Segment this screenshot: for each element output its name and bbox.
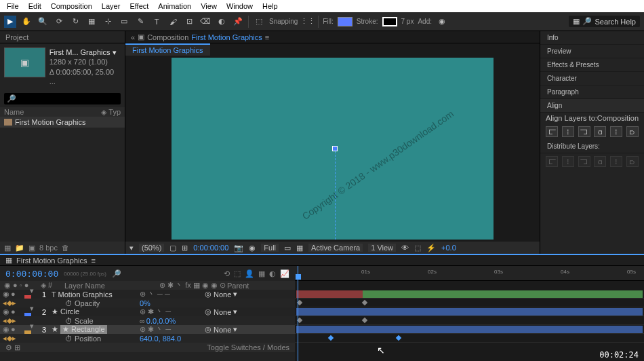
prop-name[interactable]: Opacity xyxy=(75,299,100,307)
camera-dropdown[interactable]: Active Camera xyxy=(308,244,363,252)
menu-help[interactable]: Help xyxy=(258,2,282,10)
new-comp-icon[interactable]: ▣ xyxy=(28,244,35,252)
preview-timecode[interactable]: 0:00:00:00 xyxy=(193,244,228,252)
view-opts-icon[interactable]: 👁 xyxy=(401,244,409,252)
composition-canvas[interactable]: Copyright © 2018 - www.p30download.com xyxy=(172,58,494,240)
eraser-tool-icon[interactable]: ⌫ xyxy=(199,16,212,28)
view-dropdown[interactable]: 1 View xyxy=(368,244,396,252)
pickwhip-icon[interactable]: ◎ xyxy=(205,307,212,316)
res-icon[interactable]: ▢ xyxy=(169,244,176,252)
align-vcenter-icon[interactable]: ⫶ xyxy=(610,126,622,137)
pickwhip-icon[interactable]: ◎ xyxy=(205,290,212,299)
pen-tool-icon[interactable]: ✎ xyxy=(134,16,146,28)
tl-menu-icon[interactable]: ≡ xyxy=(92,256,96,265)
graph-editor-icon[interactable]: 📈 xyxy=(280,269,289,278)
workspace-icon[interactable]: ▦ xyxy=(573,17,580,26)
fast-preview-icon[interactable]: ⚡ xyxy=(426,244,436,252)
fill-label[interactable]: Fill: xyxy=(323,18,334,25)
stroke-swatch[interactable] xyxy=(382,17,397,26)
twirl-icon[interactable]: ▾ xyxy=(30,322,34,330)
zoom-dropdown[interactable]: (50%) xyxy=(139,244,164,252)
search-placeholder[interactable]: Search Help xyxy=(595,18,636,26)
add-label[interactable]: Add: xyxy=(418,18,432,25)
menu-layer[interactable]: Layer xyxy=(98,2,125,10)
prop-value[interactable]: 0.0,0.0% xyxy=(146,317,176,325)
solo-icon[interactable]: ● xyxy=(11,307,16,316)
align-bottom-icon[interactable]: ⫐ xyxy=(626,126,639,137)
layer-bar[interactable] xyxy=(296,308,643,316)
selection-tool-icon[interactable]: ▶ xyxy=(4,16,16,28)
parent-dropdown[interactable]: None xyxy=(214,290,231,299)
align-panel[interactable]: Align xyxy=(540,99,644,113)
layer-name[interactable]: ★★ Rectangle xyxy=(49,325,137,334)
project-header[interactable]: Project xyxy=(0,31,125,43)
comp-thumbnail[interactable]: ▣ xyxy=(4,48,45,77)
motion-blur-icon[interactable]: ◐ xyxy=(269,269,276,278)
preview-panel[interactable]: Preview xyxy=(540,45,644,58)
project-search[interactable]: 🔎 xyxy=(4,93,121,104)
align-hcenter-icon[interactable]: ⫶ xyxy=(562,126,574,137)
paragraph-panel[interactable]: Paragraph xyxy=(540,86,644,99)
playhead[interactable] xyxy=(298,266,298,361)
comp-mini-icon[interactable]: ⟲ xyxy=(224,269,230,278)
menu-window[interactable]: Window xyxy=(222,2,257,10)
snap-icon[interactable]: ⬚ xyxy=(253,16,265,28)
keyframe-nav-icon[interactable]: ◂◆▸ xyxy=(3,316,16,325)
col-name[interactable]: Name xyxy=(4,108,24,116)
info-panel[interactable]: Info xyxy=(540,31,644,45)
menu-file[interactable]: File xyxy=(3,2,23,10)
solo-icon[interactable]: ● xyxy=(11,290,16,299)
current-timecode[interactable]: 0:00:00:00 xyxy=(5,269,58,279)
keyframe-icon[interactable] xyxy=(362,318,367,323)
twirl-icon[interactable]: ▾ xyxy=(30,304,34,312)
bpc-label[interactable]: 8 bpc xyxy=(39,244,58,252)
hand-tool-icon[interactable]: ✋ xyxy=(20,16,33,28)
align-to-dropdown[interactable]: Composition xyxy=(597,114,639,122)
layer-bar[interactable] xyxy=(296,326,643,333)
3d-icon[interactable]: ⬚ xyxy=(414,244,421,252)
pickwhip-icon[interactable]: ◎ xyxy=(205,325,212,334)
timeline-tab[interactable]: First Motion Graphics xyxy=(16,256,87,265)
menu-effect[interactable]: Effect xyxy=(125,2,153,10)
transparency-icon[interactable]: ▦ xyxy=(296,244,303,252)
orbit-tool-icon[interactable]: ⟳ xyxy=(53,16,65,28)
keyframe-icon[interactable] xyxy=(328,335,334,341)
layer-bar[interactable] xyxy=(363,290,643,298)
solo-icon[interactable]: ● xyxy=(11,325,16,334)
snap-opts-icon[interactable]: ⋮⋮ xyxy=(302,16,314,28)
stopwatch-icon[interactable]: ⏱ xyxy=(65,317,73,325)
trash-icon[interactable]: 🗑 xyxy=(62,244,69,252)
menu-animation[interactable]: Animation xyxy=(154,2,195,10)
prop-name[interactable]: Position xyxy=(75,335,101,343)
stamp-tool-icon[interactable]: ⊡ xyxy=(183,16,195,28)
rotate-tool-icon[interactable]: ↻ xyxy=(69,16,81,28)
layer-name[interactable]: ★ Circle xyxy=(49,307,137,316)
link-icon[interactable]: ∞ xyxy=(140,317,145,325)
mag-icon[interactable]: ▾ xyxy=(129,244,134,252)
prop-value[interactable]: 640.0, 884.0 xyxy=(140,335,181,343)
shy-icon[interactable]: 👤 xyxy=(245,269,254,278)
search-help[interactable]: ▦ 🔎 Search Help xyxy=(569,16,640,27)
stopwatch-icon[interactable]: ⏱ xyxy=(65,299,73,307)
camera-tool-icon[interactable]: ▦ xyxy=(85,16,98,28)
effects-panel[interactable]: Effects & Presets xyxy=(540,58,644,72)
prop-name[interactable]: Scale xyxy=(75,317,94,325)
col-parent[interactable]: Parent xyxy=(227,282,249,290)
time-ruler[interactable]: 01s 02s 03s 04s 05s xyxy=(295,266,644,281)
stroke-label[interactable]: Stroke: xyxy=(357,18,378,25)
resolution-dropdown[interactable]: Full xyxy=(261,244,279,252)
align-right-icon[interactable]: ⫎ xyxy=(578,126,590,137)
parent-dropdown[interactable]: None xyxy=(214,326,231,334)
stopwatch-icon[interactable]: ⏱ xyxy=(65,335,73,343)
keyframe-nav-icon[interactable]: ◂◆▸ xyxy=(3,299,16,307)
flowchart-icon[interactable]: « xyxy=(131,33,135,41)
twirl-icon[interactable]: ▾ xyxy=(30,286,34,294)
menu-composition[interactable]: Composition xyxy=(47,2,96,10)
align-left-icon[interactable]: ⫍ xyxy=(546,126,558,137)
comp-name[interactable]: First M... Graphics ▾ xyxy=(49,48,121,57)
snapping-label[interactable]: Snapping xyxy=(269,18,298,25)
project-item[interactable]: First Motion Graphics xyxy=(0,117,125,128)
channel-icon[interactable]: ◉ xyxy=(249,244,256,252)
add-menu-icon[interactable]: ◉ xyxy=(436,16,448,28)
tl-flowchart-icon[interactable]: ▦ xyxy=(5,256,12,265)
